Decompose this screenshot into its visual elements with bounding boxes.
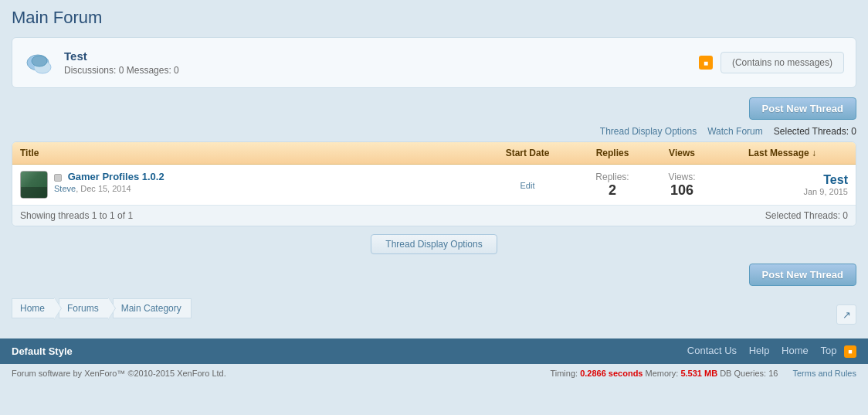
watch-forum-link[interactable]: Watch Forum (707, 126, 763, 137)
forum-no-messages: (Contains no messages) (721, 52, 844, 73)
table-row: Gamer Profiles 1.0.2 Steve, Dec 15, 2014… (12, 165, 856, 206)
selected-threads-label: Selected Threads: 0 (774, 126, 856, 137)
post-new-thread-button-bottom[interactable]: Post New Thread (749, 264, 856, 286)
table-footer: Showing threads 1 to 1 of 1 Selected Thr… (12, 206, 856, 226)
thread-replies-cell: Replies: 2 (578, 172, 647, 199)
thread-display-options-link[interactable]: Thread Display Options (600, 126, 697, 137)
thread-name-link[interactable]: Gamer Profiles 1.0.2 (68, 171, 164, 182)
thread-last-message-cell: Test Jan 9, 2015 (717, 173, 848, 196)
thread-start-date: Edit (477, 179, 578, 191)
timing-value: 0.2866 seconds (580, 369, 643, 378)
showing-threads: Showing threads 1 to 1 of 1 (20, 210, 133, 221)
replies-label: Replies: (578, 172, 647, 182)
rss-icon[interactable]: ■ (699, 56, 713, 70)
footer-links: Contact Us Help Home Top ■ (678, 345, 856, 358)
replies-count: 2 (578, 182, 647, 199)
col-header-title: Title (20, 148, 477, 158)
footer-home[interactable]: Home (782, 345, 809, 356)
top-toolbar: Post New Thread (12, 97, 856, 120)
terms-and-rules-link[interactable]: Terms and Rules (792, 369, 856, 378)
thread-display-options-button[interactable]: Thread Display Options (371, 234, 497, 254)
breadcrumb-item-forums[interactable]: Forums (59, 298, 109, 318)
breadcrumb-external-link[interactable]: ↗ (836, 304, 856, 325)
thread-author-link[interactable]: Steve (54, 184, 76, 193)
col-header-start-date: Start Date (477, 148, 578, 158)
selected-threads-footer: Selected Threads: 0 (765, 210, 848, 221)
views-label: Views: (647, 172, 717, 182)
breadcrumb-item-home[interactable]: Home (12, 298, 55, 318)
thread-table: Title Start Date Replies Views Last Mess… (12, 141, 856, 226)
forum-icon (24, 47, 55, 78)
footer-contact-us[interactable]: Contact Us (687, 345, 737, 356)
footer-bar: Default Style Contact Us Help Home Top ■ (0, 338, 868, 364)
options-row: Thread Display Options Watch Forum Selec… (12, 126, 856, 137)
footer-top[interactable]: Top (820, 345, 836, 356)
breadcrumb-item-main-category[interactable]: Main Category (113, 298, 192, 318)
forum-block: Test Discussions: 0 Messages: 0 ■ (Conta… (12, 37, 856, 88)
forum-rss[interactable]: ■ (699, 56, 713, 70)
views-count: 106 (647, 182, 717, 199)
footer-help[interactable]: Help (749, 345, 770, 356)
edit-link[interactable]: Edit (520, 181, 535, 190)
forum-info: Test Discussions: 0 Messages: 0 (64, 49, 699, 76)
col-header-replies: Replies (578, 148, 647, 158)
thread-status-icon (54, 174, 62, 182)
thread-meta: Steve, Dec 15, 2014 (54, 184, 164, 193)
footer-timing: Timing: 0.2866 seconds Memory: 5.531 MB … (550, 369, 856, 378)
page-title: Main Forum (12, 8, 856, 28)
rss-footer-icon[interactable]: ■ (844, 345, 856, 358)
forum-name[interactable]: Test (64, 49, 699, 63)
last-message-date: Jan 9, 2015 (717, 187, 848, 196)
memory-value: 5.531 MB (680, 369, 717, 378)
thread-title-info: Gamer Profiles 1.0.2 Steve, Dec 15, 2014 (54, 171, 164, 193)
thread-views-cell: Views: 106 (647, 172, 717, 199)
bottom-toolbar: Post New Thread (12, 264, 856, 286)
col-header-views: Views (647, 148, 717, 158)
avatar (20, 171, 48, 199)
breadcrumb-row: Home Forums Main Category ↗ (12, 298, 856, 331)
svg-point-2 (32, 56, 47, 66)
thread-title-cell: Gamer Profiles 1.0.2 Steve, Dec 15, 2014 (20, 171, 477, 199)
footer-style: Default Style (12, 345, 73, 357)
thread-display-options-row: Thread Display Options (12, 234, 856, 254)
last-message-user[interactable]: Test (717, 173, 848, 187)
footer-copyright: Forum software by XenForo™ ©2010-2015 Xe… (12, 369, 226, 378)
col-header-last-message: Last Message ↓ (717, 148, 848, 158)
breadcrumb: Home Forums Main Category (12, 298, 192, 318)
footer-bottom: Forum software by XenForo™ ©2010-2015 Xe… (0, 364, 868, 383)
table-header: Title Start Date Replies Views Last Mess… (12, 142, 856, 165)
forum-meta: Discussions: 0 Messages: 0 (64, 65, 699, 76)
post-new-thread-button[interactable]: Post New Thread (749, 97, 856, 120)
